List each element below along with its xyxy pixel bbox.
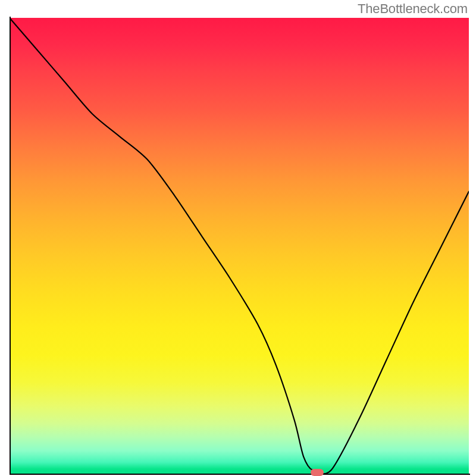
chart-marker: [311, 469, 324, 476]
chart-plot-area: [10, 18, 469, 475]
watermark-text: TheBottleneck.com: [358, 1, 468, 17]
chart-curve: [10, 18, 469, 475]
